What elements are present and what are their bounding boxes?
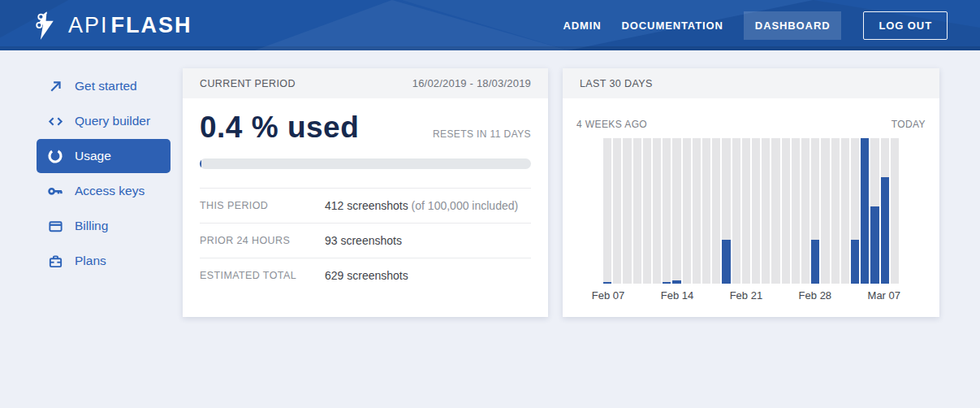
nav-link-log-out[interactable]: LOG OUT bbox=[863, 11, 948, 40]
sidebar-item-label: Get started bbox=[75, 79, 137, 93]
sidebar-item-label: Usage bbox=[75, 149, 111, 163]
top-navbar: APIFLASH ADMINDOCUMENTATIONDASHBOARDLOG … bbox=[0, 0, 980, 50]
chart-day-column bbox=[742, 138, 750, 284]
chart-day-column bbox=[782, 138, 790, 284]
chart-x-tick: Feb 07 bbox=[592, 289, 624, 302]
apiflash-brand[interactable]: APIFLASH bbox=[34, 11, 192, 41]
chart-day-column bbox=[643, 138, 651, 284]
resets-note: RESETS IN 11 DAYS bbox=[433, 128, 531, 140]
code-icon bbox=[47, 113, 63, 129]
usage-row-estimated-total: ESTIMATED TOTAL629 screenshots bbox=[200, 258, 531, 293]
chart-day-column bbox=[702, 138, 710, 284]
chart-day-column bbox=[841, 138, 849, 284]
sidebar-item-billing[interactable]: Billing bbox=[37, 209, 171, 243]
chart-day-column bbox=[870, 138, 879, 284]
chart-day-bar bbox=[722, 240, 730, 284]
usage-card-title: CURRENT PERIOD bbox=[200, 78, 296, 89]
credit-card-icon bbox=[47, 218, 63, 234]
sidebar-item-query-builder[interactable]: Query builder bbox=[37, 104, 171, 138]
key-icon bbox=[47, 183, 63, 199]
usage-card-body: 0.4 % used RESETS IN 11 DAYS THIS PERIOD… bbox=[183, 110, 548, 293]
nav-link-documentation[interactable]: DOCUMENTATION bbox=[622, 20, 723, 32]
range-end-label: TODAY bbox=[891, 119, 926, 130]
chart-x-labels: Feb 07Feb 14Feb 21Feb 28Mar 07 bbox=[603, 289, 899, 302]
sidebar-item-plans[interactable]: Plans bbox=[37, 244, 171, 278]
navbar-links: ADMINDOCUMENTATIONDASHBOARDLOG OUT bbox=[563, 11, 948, 40]
chart-day-column bbox=[771, 138, 779, 284]
chart-day-column bbox=[831, 138, 840, 284]
chart-x-tick: Feb 28 bbox=[799, 289, 831, 302]
chart-day-bar bbox=[861, 138, 869, 284]
last-30-days-card: LAST 30 DAYS 4 WEEKS AGO TODAY Feb 07Feb… bbox=[563, 68, 939, 317]
chart-plot bbox=[603, 138, 899, 284]
briefcase-icon bbox=[47, 253, 63, 269]
sidebar-item-label: Query builder bbox=[75, 114, 150, 128]
chart-card-header: LAST 30 DAYS bbox=[563, 68, 939, 98]
usage-row-prior-24-hours: PRIOR 24 HOURS93 screenshots bbox=[200, 223, 531, 258]
usage-row-value: 412 screenshots (of 100,000 included) bbox=[325, 199, 518, 212]
chart-day-bar bbox=[811, 240, 819, 284]
chart-day-bar bbox=[663, 282, 671, 284]
usage-progress-fill bbox=[200, 158, 201, 169]
sidebar-menu: Get startedQuery builderUsageAccess keys… bbox=[0, 69, 183, 278]
chart-day-bar bbox=[870, 206, 879, 284]
chart-day-column bbox=[663, 138, 671, 284]
usage-row-note: (of 100,000 included) bbox=[408, 199, 518, 212]
sidebar-item-label: Plans bbox=[75, 254, 106, 268]
usage-card-header: CURRENT PERIOD 16/02/2019 - 18/03/2019 bbox=[183, 68, 548, 98]
chart-x-tick: Feb 21 bbox=[730, 289, 762, 302]
chart-card-title: LAST 30 DAYS bbox=[580, 78, 653, 89]
chart-day-column bbox=[672, 138, 680, 284]
usage-row-value: 629 screenshots bbox=[325, 269, 408, 282]
chart-x-tick: Feb 14 bbox=[661, 289, 693, 302]
chart-day-column bbox=[881, 138, 889, 284]
lightning-bolt-icon bbox=[34, 11, 56, 41]
chart-day-bar bbox=[851, 240, 859, 284]
usage-row-value: 93 screenshots bbox=[325, 234, 402, 247]
usage-row-label: THIS PERIOD bbox=[200, 200, 325, 211]
current-period-dates: 16/02/2019 - 18/03/2019 bbox=[412, 77, 531, 89]
chart-day-column bbox=[633, 138, 641, 284]
chart-day-column bbox=[792, 138, 800, 284]
chart-day-column bbox=[732, 138, 740, 284]
nav-link-dashboard[interactable]: DASHBOARD bbox=[744, 11, 842, 40]
usage-progress-bar bbox=[200, 158, 531, 169]
main-content: CURRENT PERIOD 16/02/2019 - 18/03/2019 0… bbox=[183, 68, 939, 317]
chart-day-bar bbox=[672, 280, 680, 284]
sidebar-item-access-keys[interactable]: Access keys bbox=[37, 174, 171, 208]
brand-name: APIFLASH bbox=[68, 13, 192, 38]
chart-day-column bbox=[653, 138, 661, 284]
chart-range-row: 4 WEEKS AGO TODAY bbox=[576, 119, 926, 130]
usage-row-this-period: THIS PERIOD412 screenshots (of 100,000 i… bbox=[200, 188, 531, 223]
chart-x-tick: Mar 07 bbox=[868, 289, 900, 302]
sidebar-item-label: Billing bbox=[75, 219, 108, 233]
chart-day-column bbox=[861, 138, 869, 284]
chart-day-column bbox=[762, 138, 770, 284]
chart-day-bar bbox=[881, 177, 889, 284]
chart-day-column bbox=[821, 138, 829, 284]
chart-day-column bbox=[613, 138, 621, 284]
sidebar-item-usage[interactable]: Usage bbox=[37, 139, 171, 173]
chart-day-column bbox=[623, 138, 631, 284]
nav-link-admin[interactable]: ADMIN bbox=[563, 20, 601, 32]
sidebar-item-get-started[interactable]: Get started bbox=[37, 69, 171, 103]
sidebar: Get startedQuery builderUsageAccess keys… bbox=[0, 50, 183, 279]
chart-day-bar bbox=[603, 282, 611, 284]
usage-card: CURRENT PERIOD 16/02/2019 - 18/03/2019 0… bbox=[183, 68, 548, 317]
chart-day-column bbox=[752, 138, 760, 284]
percent-used-headline: 0.4 % used bbox=[200, 110, 359, 145]
chart-day-column bbox=[891, 138, 899, 284]
chart-day-column bbox=[801, 138, 809, 284]
chart-day-column bbox=[693, 138, 701, 284]
chart-day-column bbox=[712, 138, 720, 284]
chart-day-column bbox=[851, 138, 859, 284]
usage-row-label: ESTIMATED TOTAL bbox=[200, 270, 325, 281]
spinner-circle-icon bbox=[47, 148, 63, 164]
usage-rows: THIS PERIOD412 screenshots (of 100,000 i… bbox=[200, 188, 531, 293]
range-start-label: 4 WEEKS AGO bbox=[576, 119, 647, 130]
arrow-up-right-icon bbox=[47, 78, 63, 94]
usage-row-label: PRIOR 24 HOURS bbox=[200, 235, 325, 246]
chart-day-column bbox=[603, 138, 611, 284]
chart-day-column bbox=[722, 138, 730, 284]
sidebar-item-label: Access keys bbox=[75, 184, 145, 198]
